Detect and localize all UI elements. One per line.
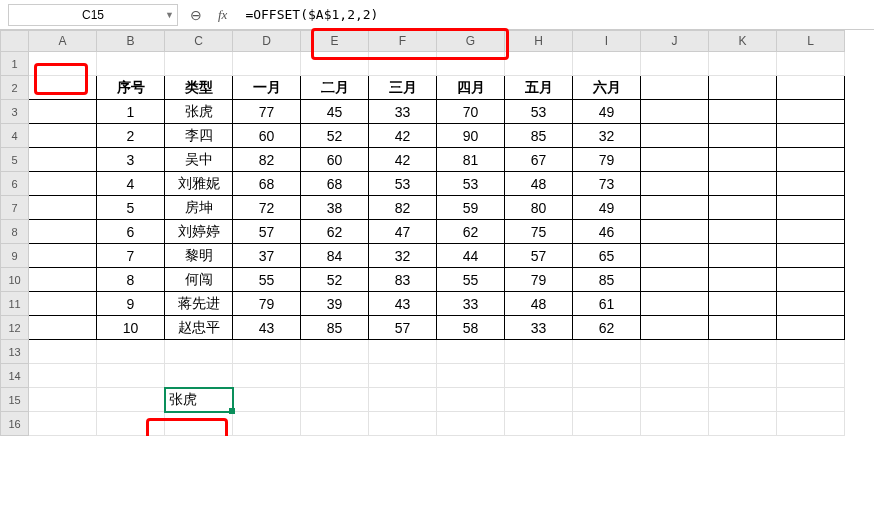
cell[interactable]: 90 xyxy=(437,124,505,148)
cell[interactable] xyxy=(437,388,505,412)
cell[interactable] xyxy=(709,100,777,124)
cell[interactable] xyxy=(29,172,97,196)
cell[interactable]: 68 xyxy=(233,172,301,196)
cell[interactable]: 79 xyxy=(573,148,641,172)
cell[interactable] xyxy=(709,364,777,388)
cell[interactable] xyxy=(777,244,845,268)
cell[interactable]: 83 xyxy=(369,268,437,292)
cell[interactable] xyxy=(709,52,777,76)
select-all-corner[interactable] xyxy=(1,31,29,52)
cell[interactable] xyxy=(641,52,709,76)
cell[interactable] xyxy=(437,412,505,436)
cell[interactable] xyxy=(641,196,709,220)
cell[interactable]: 58 xyxy=(437,316,505,340)
cell[interactable] xyxy=(777,220,845,244)
cell[interactable]: 60 xyxy=(301,148,369,172)
cell[interactable]: 57 xyxy=(369,316,437,340)
cell[interactable] xyxy=(777,76,845,100)
cell[interactable] xyxy=(709,340,777,364)
spreadsheet-grid[interactable]: ABCDEFGHIJKL12序号类型一月二月三月四月五月六月31张虎774533… xyxy=(0,30,845,436)
cell[interactable] xyxy=(301,364,369,388)
cell[interactable] xyxy=(97,412,165,436)
column-header[interactable]: I xyxy=(573,31,641,52)
cell[interactable] xyxy=(777,148,845,172)
cell[interactable]: 61 xyxy=(573,292,641,316)
cell[interactable] xyxy=(29,148,97,172)
cell[interactable]: 43 xyxy=(233,316,301,340)
cell[interactable] xyxy=(233,364,301,388)
cell[interactable] xyxy=(369,388,437,412)
cell[interactable] xyxy=(233,52,301,76)
cell[interactable] xyxy=(777,340,845,364)
cell[interactable]: 32 xyxy=(573,124,641,148)
cell[interactable]: 55 xyxy=(437,268,505,292)
cell[interactable]: 82 xyxy=(369,196,437,220)
cell[interactable]: 张虎 xyxy=(165,388,233,412)
cell[interactable] xyxy=(777,172,845,196)
cell[interactable]: 62 xyxy=(437,220,505,244)
cell[interactable]: 48 xyxy=(505,172,573,196)
cell[interactable] xyxy=(29,268,97,292)
cell[interactable]: 刘婷婷 xyxy=(165,220,233,244)
column-header[interactable]: J xyxy=(641,31,709,52)
column-header[interactable]: L xyxy=(777,31,845,52)
cell[interactable] xyxy=(29,52,97,76)
cell[interactable] xyxy=(709,412,777,436)
cell[interactable]: 45 xyxy=(301,100,369,124)
row-header[interactable]: 13 xyxy=(1,340,29,364)
cell[interactable] xyxy=(641,220,709,244)
cell[interactable]: 53 xyxy=(369,172,437,196)
column-header[interactable]: G xyxy=(437,31,505,52)
cell[interactable]: 7 xyxy=(97,244,165,268)
cell[interactable] xyxy=(709,172,777,196)
cell[interactable] xyxy=(777,268,845,292)
column-header[interactable]: B xyxy=(97,31,165,52)
cell[interactable] xyxy=(369,52,437,76)
cell[interactable] xyxy=(641,292,709,316)
cell[interactable]: 59 xyxy=(437,196,505,220)
cell[interactable] xyxy=(29,196,97,220)
cell[interactable] xyxy=(165,364,233,388)
column-header[interactable]: H xyxy=(505,31,573,52)
cell[interactable]: 5 xyxy=(97,196,165,220)
column-header[interactable]: D xyxy=(233,31,301,52)
cell[interactable]: 六月 xyxy=(573,76,641,100)
cell[interactable] xyxy=(301,388,369,412)
row-header[interactable]: 14 xyxy=(1,364,29,388)
cell[interactable]: 类型 xyxy=(165,76,233,100)
cell[interactable] xyxy=(777,388,845,412)
cell[interactable] xyxy=(709,292,777,316)
cell[interactable] xyxy=(777,412,845,436)
cell[interactable]: 81 xyxy=(437,148,505,172)
cell[interactable] xyxy=(777,52,845,76)
cell[interactable]: 49 xyxy=(573,196,641,220)
row-header[interactable]: 4 xyxy=(1,124,29,148)
cell[interactable] xyxy=(709,148,777,172)
cell[interactable] xyxy=(97,340,165,364)
column-header[interactable]: C xyxy=(165,31,233,52)
cell[interactable] xyxy=(505,412,573,436)
column-header[interactable]: E xyxy=(301,31,369,52)
cell[interactable]: 52 xyxy=(301,124,369,148)
cell[interactable]: 52 xyxy=(301,268,369,292)
cell[interactable]: 10 xyxy=(97,316,165,340)
cell[interactable] xyxy=(29,292,97,316)
cell[interactable] xyxy=(777,100,845,124)
cell[interactable] xyxy=(369,340,437,364)
cell[interactable]: 吴中 xyxy=(165,148,233,172)
row-header[interactable]: 10 xyxy=(1,268,29,292)
cell[interactable]: 48 xyxy=(505,292,573,316)
cell[interactable]: 80 xyxy=(505,196,573,220)
cell[interactable] xyxy=(97,52,165,76)
cell[interactable]: 70 xyxy=(437,100,505,124)
cell[interactable]: 张虎 xyxy=(165,100,233,124)
cell[interactable]: 33 xyxy=(505,316,573,340)
cell[interactable] xyxy=(97,388,165,412)
row-header[interactable]: 6 xyxy=(1,172,29,196)
cell[interactable]: 39 xyxy=(301,292,369,316)
cell[interactable]: 一月 xyxy=(233,76,301,100)
cell[interactable]: 85 xyxy=(505,124,573,148)
cell[interactable]: 32 xyxy=(369,244,437,268)
cell[interactable] xyxy=(29,124,97,148)
row-header[interactable]: 11 xyxy=(1,292,29,316)
